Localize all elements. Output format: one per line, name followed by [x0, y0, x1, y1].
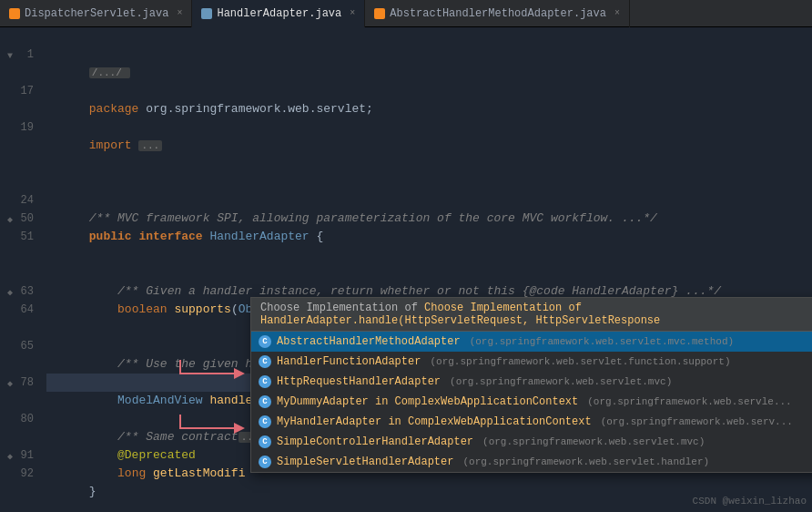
code-line [46, 173, 812, 191]
line-numbers: ▼1 17 19 24 ◆50 51 ◆63 64 65 ◆78 80 ◆91 [0, 27, 41, 512]
gutter-line [0, 264, 34, 282]
class-icon-4: C [259, 415, 271, 428]
fold-icon-3[interactable]: ◆ [0, 284, 13, 297]
autocomplete-item-2[interactable]: C HttpRequestHandlerAdapter (org.springf… [251, 372, 812, 392]
gutter-line [0, 100, 34, 118]
gutter-line: 64 [0, 301, 34, 319]
autocomplete-classname-2: HttpRequestHandlerAdapter [277, 375, 441, 388]
autocomplete-classname-6: SimpleServletHandlerAdapter [277, 456, 453, 468]
autocomplete-item-1[interactable]: C HandlerFunctionAdapter (org.springfram… [251, 352, 812, 372]
tab-label-abstracthandler: AbstractHandlerMethodAdapter.java [390, 7, 606, 20]
gutter-line [0, 64, 34, 82]
class-icon-3: C [259, 395, 271, 408]
autocomplete-pkg-2: (org.springframework.web.servlet.mvc) [450, 376, 672, 387]
tab-label-dispatcher: DispatcherServlet.java [25, 7, 168, 20]
code-line-19: import ... [46, 118, 812, 137]
autocomplete-item-4[interactable]: C MyHandlerAdapter in ComplexWebApplicat… [251, 412, 812, 432]
gutter-line: ▼1 [0, 46, 34, 64]
gutter-line: 92 [0, 465, 34, 483]
autocomplete-classname-0: AbstractHandlerMethodAdapter [277, 335, 461, 348]
gutter-line: 17 [0, 82, 34, 100]
autocomplete-popup: Choose Implementation of Choose Implemen… [250, 297, 812, 473]
gutter-line [0, 428, 34, 446]
autocomplete-classname-1: HandlerFunctionAdapter [277, 355, 421, 368]
code-line-24: /** MVC framework SPI, allowing paramete… [46, 191, 812, 210]
code-line-comment1: /** Given a handler instance, return whe… [46, 264, 812, 282]
fold-icon-2[interactable]: ◆ [0, 211, 13, 224]
code-line [46, 246, 812, 264]
code-line [46, 228, 812, 246]
watermark: CSDN @weixin_lizhao [693, 496, 807, 507]
tab-label-handleradapter: HandlerAdapter.java [217, 7, 341, 20]
autocomplete-pkg-5: (org.springframework.web.servlet.mvc) [482, 436, 705, 447]
code-line-50: public interface HandlerAdapter { [46, 210, 812, 228]
autocomplete-pkg-6: (org.springframework.web.servlet.handler… [462, 456, 709, 467]
close-icon-abstracthandler[interactable]: × [614, 8, 620, 18]
autocomplete-item-3[interactable]: C MyDummyAdapter in ComplexWebApplicatio… [251, 392, 812, 412]
code-line [46, 64, 812, 82]
autocomplete-item-5[interactable]: C SimpleControllerHandlerAdapter (org.sp… [251, 432, 812, 452]
gutter-line [0, 392, 34, 410]
tab-abstracthandler[interactable]: AbstractHandlerMethodAdapter.java × [365, 0, 630, 27]
close-icon-dispatcher[interactable]: × [177, 8, 182, 18]
autocomplete-item-6[interactable]: C SimpleServletHandlerAdapter (org.sprin… [251, 452, 812, 472]
file-icon-handleradapter [201, 8, 212, 19]
gutter-line [0, 319, 34, 337]
gutter-line: 19 [0, 118, 34, 137]
gutter-line [0, 155, 34, 173]
gutter-line: 80 [0, 410, 34, 428]
tab-dispatcher[interactable]: DispatcherServlet.java × [0, 0, 192, 27]
gutter-line: ◆50 [0, 210, 34, 228]
class-icon-5: C [259, 435, 271, 448]
tab-handleradapter[interactable]: HandlerAdapter.java × [192, 0, 365, 27]
gutter-line: ◆63 [0, 282, 34, 301]
gutter-line: 24 [0, 191, 34, 210]
autocomplete-method: Choose Implementation of HandlerAdapter.… [260, 302, 660, 327]
gutter-line: ◆91 [0, 446, 34, 465]
gutter-line [0, 483, 34, 501]
autocomplete-classname-3: MyDummyAdapter in ComplexWebApplicationC… [277, 395, 578, 408]
code-line-17: package org.springframework.web.servlet; [46, 82, 812, 100]
autocomplete-pkg-1: (org.springframework.web.servlet.functio… [430, 356, 730, 367]
tab-bar: DispatcherServlet.java × HandlerAdapter.… [0, 0, 812, 27]
code-line [46, 27, 812, 46]
close-icon-handleradapter[interactable]: × [350, 8, 355, 18]
autocomplete-pkg-4: (org.springframework.web.serv... [601, 416, 793, 427]
fold-icon[interactable]: ▼ [0, 47, 13, 60]
code-line-1: /.../ [46, 46, 812, 64]
autocomplete-classname-4: MyHandlerAdapter in ComplexWebApplicatio… [277, 415, 592, 428]
gutter-line: ◆78 [0, 374, 34, 392]
autocomplete-pkg-3: (org.springframework.web.servle... [587, 396, 791, 407]
class-icon-6: C [259, 456, 271, 468]
gutter-line [0, 246, 34, 264]
code-area[interactable]: /.../ package org.springframework.web.se… [41, 27, 812, 512]
editor-area: ▼1 17 19 24 ◆50 51 ◆63 64 65 ◆78 80 ◆91 [0, 27, 812, 512]
autocomplete-item-0[interactable]: C AbstractHandlerMethodAdapter (org.spri… [251, 332, 812, 352]
file-icon-abstracthandler [374, 8, 385, 19]
gutter-line [0, 173, 34, 191]
gutter-line [0, 27, 34, 46]
class-icon-2: C [259, 375, 271, 388]
code-line [46, 155, 812, 173]
class-icon-0: C [259, 335, 271, 348]
autocomplete-classname-5: SimpleControllerHandlerAdapter [277, 435, 473, 448]
file-icon-dispatcher [9, 8, 20, 19]
fold-icon-4[interactable]: ◆ [0, 375, 13, 388]
gutter-line [0, 355, 34, 374]
autocomplete-header: Choose Implementation of Choose Implemen… [251, 298, 812, 332]
autocomplete-pkg-0: (org.springframework.web.servlet.mvc.met… [470, 336, 734, 347]
code-line [46, 100, 812, 118]
fold-icon-5[interactable]: ◆ [0, 448, 13, 461]
class-icon-1: C [259, 355, 271, 368]
gutter-line [0, 137, 34, 155]
code-line [46, 137, 812, 155]
gutter-line: 65 [0, 337, 34, 355]
gutter-line: 51 [0, 228, 34, 246]
